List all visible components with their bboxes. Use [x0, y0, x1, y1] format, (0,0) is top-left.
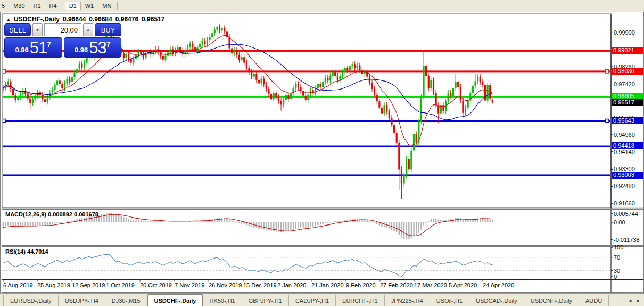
- triangle-down-icon: ▼: [36, 28, 40, 33]
- volume-increase-button[interactable]: ▲: [83, 23, 93, 36]
- chart-tab-bar: EURUSD-,DailyUSDJPY-,H4DJ30-,M15USDCHF-,…: [0, 293, 644, 306]
- trading-terminal-window: 5M30H1H4D1W1MN ▲ USDCHF-,Daily 0.96644 0…: [0, 0, 644, 306]
- chart-tab-eurchf-h1[interactable]: EURCHF-,H1: [336, 295, 385, 306]
- chart-tab-hk50-h1[interactable]: HK50-,H1: [203, 295, 242, 306]
- chart-tab-usdcnh-daily[interactable]: USDCNH-,Daily: [524, 295, 579, 306]
- buy-price-big-figure: 0.96: [75, 46, 88, 54]
- timeframe-button-5[interactable]: 5: [0, 2, 9, 10]
- buy-price-main: 53: [89, 39, 106, 56]
- chart-tab-usoil-h1[interactable]: USOil-,H1: [430, 295, 470, 306]
- timeframe-button-m30[interactable]: M30: [9, 2, 29, 10]
- chart-tab-dj30-m15[interactable]: DJ30-,M15: [105, 295, 147, 306]
- tab-scroll-left-icon[interactable]: ◄: [628, 298, 632, 303]
- buy-price-pip: 7: [106, 40, 111, 49]
- sell-price-big-figure: 0.96: [15, 46, 28, 54]
- buy-button[interactable]: BUY: [95, 23, 121, 36]
- chart-tab-usdjpy-h4[interactable]: USDJPY-,H4: [59, 295, 105, 306]
- timeframe-button-mn[interactable]: MN: [98, 2, 115, 10]
- sell-price-pip: 7: [47, 40, 51, 49]
- tab-scroll-buttons: ◄►: [628, 298, 644, 306]
- chart-tab-cadjpy-h1[interactable]: CADJPY-,H1: [289, 295, 336, 306]
- sell-button[interactable]: SELL: [4, 23, 31, 36]
- volume-input[interactable]: 20.00: [44, 23, 81, 36]
- chart-tab-jpn225-h4[interactable]: JPN225-,H4: [385, 295, 430, 306]
- sell-price-main: 51: [30, 39, 47, 56]
- buy-price-ticket[interactable]: 0.96 53 7: [64, 37, 122, 58]
- toolbar-separator: [117, 2, 118, 10]
- timeframe-button-w1[interactable]: W1: [81, 2, 98, 10]
- one-click-trade-panel: SELL ▼ 20.00 ▲ BUY 0.96 51 7 0.96 53: [4, 23, 121, 58]
- chart-tab-gbpjpy-h1[interactable]: GBPJPY-,H1: [242, 295, 289, 306]
- timeframe-button-h1[interactable]: H1: [29, 2, 45, 10]
- timeframe-button-d1[interactable]: D1: [65, 2, 81, 10]
- tab-scroll-right-icon[interactable]: ►: [636, 298, 641, 303]
- timeframe-toolbar: 5M30H1H4D1W1MN: [0, 0, 644, 12]
- chart-tab-usdchf-daily[interactable]: USDCHF-,Daily: [147, 294, 203, 306]
- timeframe-button-h4[interactable]: H4: [45, 2, 61, 10]
- chart-tab-usdcad-daily[interactable]: USDCAD-,Daily: [469, 295, 524, 306]
- toolbar-separator: [63, 2, 63, 10]
- sell-price-ticket[interactable]: 0.96 51 7: [4, 37, 62, 58]
- volume-decrease-button[interactable]: ▼: [32, 23, 43, 36]
- triangle-up-icon: ▲: [86, 28, 90, 33]
- chart-tab-audu[interactable]: AUDU: [579, 295, 609, 306]
- chart-tab-eurusd-daily[interactable]: EURUSD-,Daily: [3, 295, 59, 306]
